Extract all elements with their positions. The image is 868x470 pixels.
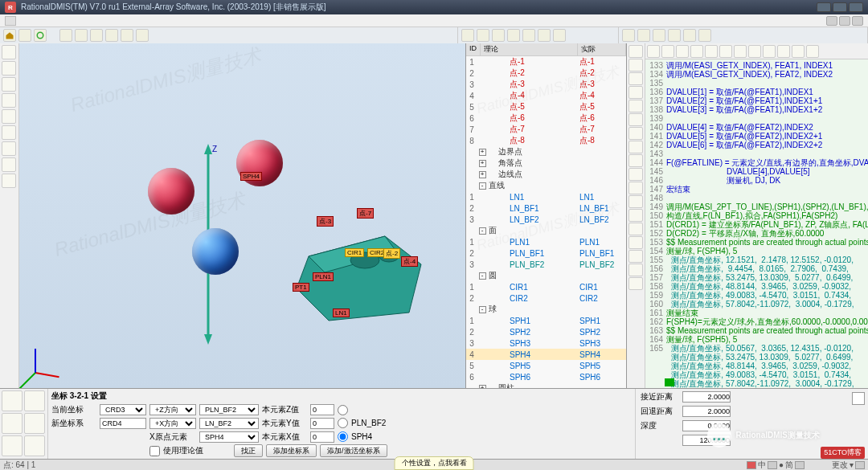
ln-select[interactable]: LN_BF2 (199, 418, 259, 429)
lt-view6-icon[interactable] (2, 125, 16, 140)
sphere-sph1[interactable] (148, 168, 194, 215)
layout1-icon[interactable] (826, 16, 837, 26)
tree-row[interactable]: 2SPH2SPH2 (466, 326, 626, 337)
code-line[interactable]: 151D(CRD1) = 建立坐标系/FA(PLN_BF1), ZP, Z轴原点… (647, 220, 868, 229)
ct6-icon[interactable] (628, 113, 643, 126)
ct11-icon[interactable] (628, 182, 643, 194)
code-line[interactable]: 155 测点/直角坐标, 12.1521, 2.1478, 12.5152, -… (647, 255, 868, 264)
lt-view1-icon[interactable] (2, 45, 16, 59)
lt-view3-icon[interactable] (2, 77, 16, 92)
cb-paste-icon[interactable] (777, 45, 790, 58)
code-line[interactable]: 143 (647, 149, 868, 158)
code-line[interactable]: 150构造/直线,F(LN_BF1),拟合,FA(SPH1),FA(SPH2) (647, 211, 868, 220)
tree-row[interactable]: 4SPH4SPH4 (466, 349, 626, 360)
code-line[interactable]: 142DVALUE[6] = 取值/FA(@FEAT2),INDEX2+2 (647, 141, 868, 149)
code-line[interactable]: 154测量/球, F(SPH4), 5 (647, 247, 868, 255)
code-line[interactable]: 160 测点/直角坐标, 57.8042,-11.0972, 3.0004, -… (647, 300, 868, 309)
code-line[interactable]: 133调用/M(EASI_GETX_INDEX), FEAT1, INDEX1 (647, 61, 868, 70)
align-button[interactable]: 找正 (234, 444, 263, 457)
code-line[interactable]: 137DVALUE[2] = 取值/FA(@FEAT1),INDEX1+1 (647, 96, 868, 105)
code-tool5-icon[interactable] (683, 29, 696, 42)
tree-row[interactable]: 1SPH1SPH1 (466, 315, 626, 326)
code-line[interactable]: 153$$ Measurement points are created thr… (647, 238, 868, 247)
code-editor[interactable]: 133调用/M(EASI_GETX_INDEX), FEAT1, INDEX11… (645, 59, 868, 388)
add-crd-button[interactable]: 添加坐标系 (266, 444, 317, 457)
bt-crd-icon[interactable] (2, 390, 23, 411)
code-line[interactable]: 147宏结束 (647, 185, 868, 194)
ct16-icon[interactable] (628, 250, 643, 263)
tree-row[interactable]: 2PLN_BF1PLN_BF1 (466, 247, 626, 259)
tree-row[interactable]: + 边界点 (466, 146, 626, 157)
maximize-button[interactable] (833, 2, 847, 12)
close-button[interactable] (849, 2, 863, 12)
tree-tool2-icon[interactable] (477, 29, 489, 42)
code-line[interactable]: 测点/直角坐标, 48.8144, 3.9465, 3.0259, -0.903… (647, 362, 868, 370)
refresh-icon[interactable] (34, 29, 47, 42)
retract-input[interactable] (682, 406, 731, 417)
home-icon[interactable] (3, 29, 16, 42)
sphere-sph3[interactable] (192, 228, 239, 275)
tree-row[interactable]: - 球 (466, 304, 626, 315)
tree-row[interactable]: 3SPH3SPH3 (466, 337, 626, 349)
code-line[interactable]: 149调用/M(EASI_2PT_TO_LINE),(SPH1),(SPH2),… (647, 202, 868, 211)
tree-row[interactable]: 6点-6点-6 (466, 112, 626, 124)
code-tool4-icon[interactable] (668, 29, 681, 42)
ct13-icon[interactable] (628, 209, 643, 222)
layout3-icon[interactable] (852, 16, 863, 26)
origin-z-input[interactable] (310, 404, 334, 415)
tree-row[interactable]: 1CIR1CIR1 (466, 281, 626, 292)
ct18-icon[interactable] (628, 277, 643, 290)
tree-tool1-icon[interactable] (461, 29, 474, 42)
tree-tool6-icon[interactable] (538, 29, 551, 42)
code-line[interactable]: 测点/直角坐标, 57.8042,-11.0972, 3.0004, -0.17… (647, 379, 868, 388)
tree-row[interactable]: 2LN_BF1LN_BF1 (466, 202, 626, 214)
viewport-3d[interactable]: RationalDMIS测量技术 RationalDMIS测量技术 Z SPH4… (19, 43, 466, 388)
code-line[interactable]: 165 测点/直角坐标, 50.0567, 3.0365, 12.4315, -… (647, 344, 868, 353)
tree-tool5-icon[interactable] (522, 29, 535, 42)
tree-row[interactable]: + 圆柱 (466, 382, 626, 388)
tree-row[interactable]: 6SPH6SPH6 (466, 371, 626, 382)
code-line[interactable]: 145 DVALUE[4],DVALUE[5] (647, 167, 868, 176)
tool5-icon[interactable] (121, 29, 133, 42)
cur-crd-select[interactable]: CRD3 (100, 404, 146, 415)
lt-view4-icon[interactable] (2, 93, 16, 108)
cb-redo-icon[interactable] (734, 45, 747, 58)
z-dir-select[interactable]: +Z方向 (149, 404, 196, 415)
ct7-icon[interactable] (628, 127, 643, 140)
add-activate-crd-button[interactable]: 添加/激活坐标系 (320, 444, 387, 457)
tree-row[interactable]: 3PLN_BF2PLN_BF2 (466, 259, 626, 270)
code-line[interactable]: 157 测点/直角坐标, 53.2475, 13.0309, 5.0277, 0… (647, 273, 868, 282)
tree-tool3-icon[interactable] (492, 29, 505, 42)
ct17-icon[interactable] (628, 264, 643, 276)
code-line[interactable]: 159 测点/直角坐标, 49.0083, -4.5470, 3.0151, 0… (647, 291, 868, 300)
bt-axis-icon[interactable] (2, 435, 23, 456)
tree-row[interactable]: 7点-7点-7 (466, 124, 626, 135)
tree-col-actual[interactable]: 实际 (578, 43, 626, 55)
code-line[interactable]: 141DVALUE[5] = 取值/FA(@FEAT2),INDEX2+1 (647, 132, 868, 141)
tree-row[interactable]: 1点-1点-1 (466, 56, 626, 67)
code-line[interactable]: 161测量结束 (647, 309, 868, 317)
ct3-icon[interactable] (628, 72, 643, 85)
tree-row[interactable]: - 圆 (466, 270, 626, 281)
menu-file-icon[interactable] (5, 16, 16, 26)
code-tool2-icon[interactable] (637, 29, 650, 42)
bt-gear-icon[interactable] (24, 435, 45, 456)
lt-view5-icon[interactable] (2, 109, 16, 124)
tree-row[interactable]: - 面 (466, 225, 626, 236)
new-crd-input[interactable] (100, 418, 146, 429)
tree-row[interactable]: 8点-8点-8 (466, 135, 626, 146)
code-line[interactable]: 144F(@FEATLINE) = 元素定义/直线,有边界的,直角坐标,DVAL (647, 158, 868, 167)
ct15-icon[interactable] (628, 236, 643, 249)
code-line[interactable]: 138DVALUE[3] = 取值/FA(@FEAT1),INDEX1+2 (647, 105, 868, 114)
code-line[interactable]: 134调用/M(EASI_GETX_INDEX), FEAT2, INDEX2 (647, 70, 868, 79)
cb-step-icon[interactable] (705, 45, 718, 58)
radio-x[interactable] (338, 431, 348, 442)
bt-rot-icon[interactable] (2, 413, 23, 434)
ct8-icon[interactable] (628, 141, 643, 153)
x-dir-select[interactable]: +X方向 (149, 418, 196, 429)
bt-align-icon[interactable] (24, 413, 45, 434)
code-line[interactable]: 140DVALUE[4] = 取值/FA(@FEAT2),INDEX2 (647, 123, 868, 132)
ct9-icon[interactable] (628, 154, 643, 167)
cb-goto-icon[interactable] (806, 45, 819, 58)
tool3-icon[interactable] (90, 29, 103, 42)
